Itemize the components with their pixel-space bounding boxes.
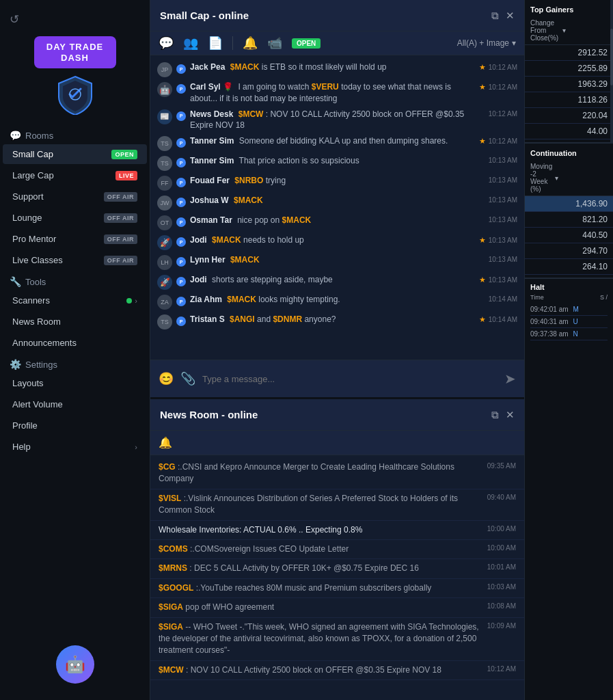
list-item[interactable]: 09:37:38 am N	[530, 328, 608, 340]
chat-header-icons: ⧉ ✕	[491, 10, 515, 22]
people-icon[interactable]: 👥	[183, 36, 198, 51]
large-cap-badge: LIVE	[115, 171, 137, 180]
sidebar-item-alert-volume[interactable]: Alert Volume	[3, 394, 147, 414]
star-icon: ★	[479, 83, 486, 92]
premium-badge: P	[176, 237, 186, 247]
sidebar-item-announcements[interactable]: Announcements	[3, 333, 147, 353]
list-item[interactable]: 264.10	[525, 259, 613, 275]
halt-section: Halt Time S / 09:42:01 am M 09:40:31 am …	[525, 279, 613, 345]
list-item[interactable]: $GOOGL :.YouTube reaches 80M music and P…	[150, 579, 524, 598]
news-panel-title: News Room - online	[160, 409, 258, 420]
table-row: TS P Tanner Sim That price action is so …	[150, 153, 524, 173]
list-item[interactable]: $VISL :.Vislink Announces Distribution o…	[150, 489, 524, 521]
sidebar-item-profile[interactable]: Profile	[3, 416, 147, 435]
list-item[interactable]: 2255.89	[525, 61, 613, 77]
filter-dropdown[interactable]: All(A) + Image ▾	[457, 38, 516, 48]
refresh-icon[interactable]: ↺	[10, 12, 19, 27]
premium-badge: P	[176, 257, 186, 267]
news-messages: $CG :.CNSI and Kepro Announce Merger to …	[150, 455, 524, 700]
avatar: JP	[157, 62, 172, 77]
sidebar-item-lounge[interactable]: Lounge OFF AIR	[3, 208, 147, 228]
close-chat-icon[interactable]: ✕	[506, 10, 515, 22]
sidebar-item-scanners[interactable]: Scanners ›	[3, 291, 147, 310]
premium-badge: P	[176, 297, 186, 306]
bell-toolbar-icon[interactable]: 🔔	[243, 36, 258, 51]
list-item[interactable]: 1118.26	[525, 92, 613, 108]
star-icon: ★	[479, 315, 486, 324]
table-row: LH P Lynn Her $MACK 10:13 AM	[150, 252, 524, 272]
list-item[interactable]: $SIGA -- WHO Tweet -."This week, WHO sig…	[150, 618, 524, 661]
scrollbar-track	[610, 0, 613, 142]
top-gainers-filter[interactable]: ChangeFromClose(%) ▾	[525, 16, 613, 45]
sidebar-item-help[interactable]: Help ›	[3, 437, 147, 457]
sidebar-item-large-cap[interactable]: Large Cap LIVE	[3, 165, 147, 185]
sidebar-bottom: 🤖	[0, 636, 150, 693]
list-item[interactable]: $MCW : NOV 10 CALL Activity 2500 block o…	[150, 661, 524, 680]
table-row: FF P Fouad Fer $NRBO trying 10:13 AM	[150, 173, 524, 193]
news-panel-header: News Room - online ⧉ ✕	[150, 399, 524, 431]
send-button[interactable]: ➤	[504, 371, 516, 387]
top-gainers-title: Top Gainers	[525, 0, 613, 16]
list-item[interactable]: 1,436.90	[525, 196, 613, 212]
continuation-dropdown-arrow[interactable]: ▾	[555, 174, 558, 182]
news-external-link-icon[interactable]: ⧉	[491, 409, 499, 421]
list-item[interactable]: Wholesale Inventories: ACTUAL 0.6% .. Ex…	[150, 521, 524, 540]
list-item[interactable]: $SIGA pop off WHO agreement 10:08 AM	[150, 598, 524, 617]
news-panel: News Room - online ⧉ ✕ 🔔 $CG :.CNSI and …	[150, 399, 524, 700]
sidebar-item-live-classes[interactable]: Live Classes OFF AIR	[3, 250, 147, 270]
filter-dropdown-arrow[interactable]: ▾	[562, 27, 566, 34]
list-item[interactable]: 220.04	[525, 108, 613, 124]
star-icon: ★	[479, 236, 486, 245]
sidebar-item-news-room[interactable]: News Room	[3, 312, 147, 332]
list-item[interactable]: $MRNS : DEC 5 CALL Activity by OFFER 10K…	[150, 559, 524, 578]
sidebar-item-pro-mentor[interactable]: Pro Mentor OFF AIR	[3, 229, 147, 249]
emoji-icon[interactable]: 😊	[159, 371, 174, 386]
news-bell-icon[interactable]: 🔔	[159, 436, 172, 449]
lounge-badge: OFF AIR	[104, 213, 137, 223]
attachment-icon[interactable]: 📎	[180, 371, 195, 386]
star-icon: ★	[479, 63, 486, 72]
chat-panel-title: Small Cap - online	[160, 10, 249, 21]
avatar: TS	[157, 136, 172, 151]
premium-badge: P	[176, 198, 186, 207]
list-item[interactable]: 1963.29	[525, 77, 613, 92]
table-row: JP P Jack Pea $MACK is ETB so it most li…	[150, 59, 524, 79]
list-item[interactable]: 09:40:31 am U	[530, 316, 608, 328]
video-icon[interactable]: 📹	[267, 36, 282, 51]
help-chevron-icon: ›	[135, 443, 137, 451]
list-item[interactable]: 440.50	[525, 228, 613, 243]
halt-title: Halt	[530, 283, 608, 291]
list-item[interactable]: 09:42:01 am M	[530, 304, 608, 316]
list-item[interactable]: 2912.52	[525, 45, 613, 61]
sidebar-item-support[interactable]: Support OFF AIR	[3, 187, 147, 206]
premium-badge: P	[176, 111, 186, 121]
external-link-icon[interactable]: ⧉	[491, 10, 499, 22]
avatar: JW	[157, 196, 172, 211]
list-item[interactable]: 821.20	[525, 212, 613, 228]
document-icon[interactable]: 📄	[208, 36, 223, 51]
right-panel: Top Gainers ChangeFromClose(%) ▾ 2912.52…	[524, 0, 613, 700]
premium-badge: P	[176, 84, 186, 94]
live-classes-badge: OFF AIR	[104, 256, 137, 265]
continuation-filter[interactable]: Moving-2Week(%) ▾	[525, 160, 613, 196]
sidebar-item-small-cap[interactable]: Small Cap OPEN	[3, 144, 147, 164]
sidebar-section-tools: 🔧 Tools	[0, 271, 150, 290]
halt-filter-row: Time S /	[530, 294, 608, 301]
settings-icon: ⚙️	[10, 359, 21, 370]
bot-avatar: 🤖	[56, 645, 94, 684]
close-news-icon[interactable]: ✕	[506, 409, 515, 421]
open-status-badge: OPEN	[292, 38, 321, 49]
list-item[interactable]: $COMS :.COMSovereign Issues CEO Update L…	[150, 540, 524, 559]
sidebar-item-layouts[interactable]: Layouts	[3, 373, 147, 393]
list-item[interactable]: 44.00	[525, 124, 613, 139]
star-icon: ★	[479, 137, 486, 146]
chat-panel-header: Small Cap - online ⧉ ✕	[150, 0, 524, 31]
table-row: 🚀 P Jodi $MACK needs to hold up ★ 10:13 …	[150, 232, 524, 252]
list-item[interactable]: $CG :.CNSI and Kepro Announce Merger to …	[150, 458, 524, 489]
chat-input[interactable]	[202, 374, 498, 384]
small-cap-badge: OPEN	[111, 150, 137, 159]
list-item[interactable]: 294.70	[525, 243, 613, 259]
support-badge: OFF AIR	[104, 192, 137, 202]
toolbar-divider	[232, 36, 233, 50]
chat-icon[interactable]: 💬	[159, 36, 174, 51]
